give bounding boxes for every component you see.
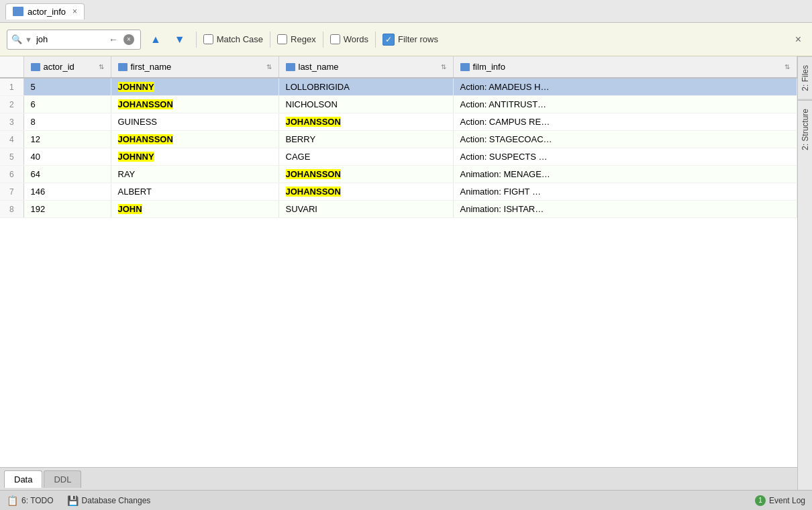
col-label-film-info: film_info [473, 62, 505, 72]
highlight-last-name: JOHANSSON [286, 187, 341, 197]
table-row[interactable]: 412JOHANSSONBERRYAction: STAGECOAC… [0, 131, 797, 148]
cell-film-info: Animation: MENAGE… [453, 166, 797, 183]
row-number-cell: 5 [0, 148, 23, 166]
col-header-film-info[interactable]: film_info ⇅ [453, 56, 797, 78]
col-icon-film-info [460, 63, 470, 71]
search-input[interactable] [36, 34, 103, 44]
words-checkbox[interactable] [330, 34, 340, 44]
col-icon-actor-id [31, 63, 40, 71]
col-header-first-name[interactable]: first_name ⇅ [111, 56, 278, 78]
cell-last-name: JOHANSSON [278, 183, 453, 201]
tab-ddl[interactable]: DDL [44, 470, 81, 488]
right-sidebar: 2: Files 2: Structure [797, 56, 812, 490]
search-dropdown-icon[interactable]: ▼ [25, 36, 34, 44]
table-row[interactable]: 664RAYJOHANSSONAnimation: MENAGE… [0, 166, 797, 183]
sidebar-tab-files[interactable]: 2: Files [798, 56, 812, 100]
separator-1 [196, 32, 197, 48]
col-header-last-name[interactable]: last_name ⇅ [278, 56, 453, 78]
cell-film-info: Action: AMADEUS H… [453, 78, 797, 96]
sort-arrow-actor-id: ⇅ [99, 63, 104, 70]
cell-film-info: Action: CAMPUS RE… [453, 113, 797, 131]
cell-film-info: Action: ANTITRUST… [453, 96, 797, 113]
sort-arrow-last-name: ⇅ [441, 63, 446, 70]
highlight-last-name: JOHANSSON [286, 169, 341, 179]
cell-film-info: Action: SUSPECTS … [453, 148, 797, 166]
highlight-last-name: JOHANSSON [286, 117, 341, 127]
table-row[interactable]: 7146ALBERTJOHANSSONAnimation: FIGHT … [0, 183, 797, 201]
event-log-badge: 1 [755, 495, 766, 506]
table-body: 15JOHNNYLOLLOBRIGIDAAction: AMADEUS H…26… [0, 78, 797, 218]
table-row[interactable]: 8192JOHNSUVARIAnimation: ISHTAR… [0, 201, 797, 218]
table-icon [13, 7, 23, 16]
editor-tab[interactable]: actor_info × [5, 3, 85, 19]
match-case-option[interactable]: Match Case [203, 34, 263, 44]
db-changes-status[interactable]: 💾 Database Changes [67, 495, 151, 506]
tab-title: actor_info [28, 7, 66, 17]
words-option[interactable]: Words [330, 34, 368, 44]
event-log-status[interactable]: 1 Event Log [755, 495, 805, 506]
cell-first-name: GUINESS [111, 113, 278, 131]
filter-rows-option[interactable]: ✓ Filter rows [383, 34, 438, 46]
todo-label: 6: TODO [21, 496, 54, 505]
row-number-cell: 4 [0, 131, 23, 148]
filter-rows-label: Filter rows [398, 34, 438, 44]
close-search-button[interactable]: × [791, 32, 805, 47]
highlight-first-name: JOHN [118, 204, 142, 214]
col-icon-last-name [286, 63, 295, 71]
separator-3 [323, 32, 323, 48]
search-back-button[interactable]: ← [106, 33, 121, 46]
main-content: actor_id ⇅ first_name ⇅ [0, 56, 812, 490]
data-table: actor_id ⇅ first_name ⇅ [0, 56, 797, 218]
cell-first-name: JOHNNY [111, 148, 278, 166]
navigate-up-button[interactable]: ▲ [146, 32, 165, 47]
cell-film-info: Animation: FIGHT … [453, 183, 797, 201]
cell-last-name: JOHANSSON [278, 113, 453, 131]
sort-arrow-film-info: ⇅ [784, 63, 790, 70]
navigate-down-button[interactable]: ▼ [170, 32, 189, 47]
cell-actor-id: 5 [23, 78, 111, 96]
cell-first-name: RAY [111, 166, 278, 183]
tab-data[interactable]: Data [4, 470, 42, 488]
cell-first-name: JOHANSSON [111, 96, 278, 113]
row-number-cell: 1 [0, 78, 23, 96]
match-case-label: Match Case [217, 34, 263, 44]
cell-first-name: JOHNNY [111, 78, 278, 96]
match-case-checkbox[interactable] [203, 34, 213, 44]
filter-rows-checkbox[interactable]: ✓ [383, 34, 395, 46]
todo-status[interactable]: 📋 6: TODO [7, 495, 54, 506]
status-bar: 📋 6: TODO 💾 Database Changes 1 Event Log [0, 490, 812, 510]
db-changes-icon: 💾 [67, 495, 79, 506]
sidebar-tab-structure[interactable]: 2: Structure [798, 100, 812, 158]
highlight-first-name: JOHNNY [118, 82, 154, 92]
cell-last-name: SUVARI [278, 201, 453, 218]
row-number-cell: 2 [0, 96, 23, 113]
separator-2 [270, 32, 270, 48]
cell-actor-id: 146 [23, 183, 111, 201]
regex-checkbox[interactable] [277, 34, 287, 44]
separator-4 [375, 32, 376, 48]
todo-icon: 📋 [7, 495, 18, 506]
row-number-cell: 6 [0, 166, 23, 183]
cell-actor-id: 192 [23, 201, 111, 218]
cell-film-info: Action: STAGECOAC… [453, 131, 797, 148]
col-header-actor-id[interactable]: actor_id ⇅ [23, 56, 111, 78]
table-row[interactable]: 38GUINESSJOHANSSONAction: CAMPUS RE… [0, 113, 797, 131]
row-number-cell: 3 [0, 113, 23, 131]
cell-film-info: Animation: ISHTAR… [453, 201, 797, 218]
search-box: 🔍 ▼ ← × [7, 30, 141, 50]
cell-last-name: LOLLOBRIGIDA [278, 78, 453, 96]
col-label-first-name: first_name [131, 62, 172, 72]
table-row[interactable]: 540JOHNNYCAGEAction: SUSPECTS … [0, 148, 797, 166]
row-number-header [0, 56, 23, 78]
table-row[interactable]: 26JOHANSSONNICHOLSONAction: ANTITRUST… [0, 96, 797, 113]
cell-last-name: NICHOLSON [278, 96, 453, 113]
tab-close-button[interactable]: × [72, 7, 77, 16]
search-clear-button[interactable]: × [123, 34, 134, 45]
sort-arrow-first-name: ⇅ [266, 63, 272, 70]
col-label-actor-id: actor_id [44, 62, 74, 72]
regex-label: Regex [291, 34, 316, 44]
table-row[interactable]: 15JOHNNYLOLLOBRIGIDAAction: AMADEUS H… [0, 78, 797, 96]
cell-last-name: BERRY [278, 131, 453, 148]
regex-option[interactable]: Regex [277, 34, 316, 44]
highlight-first-name: JOHNNY [118, 152, 154, 162]
